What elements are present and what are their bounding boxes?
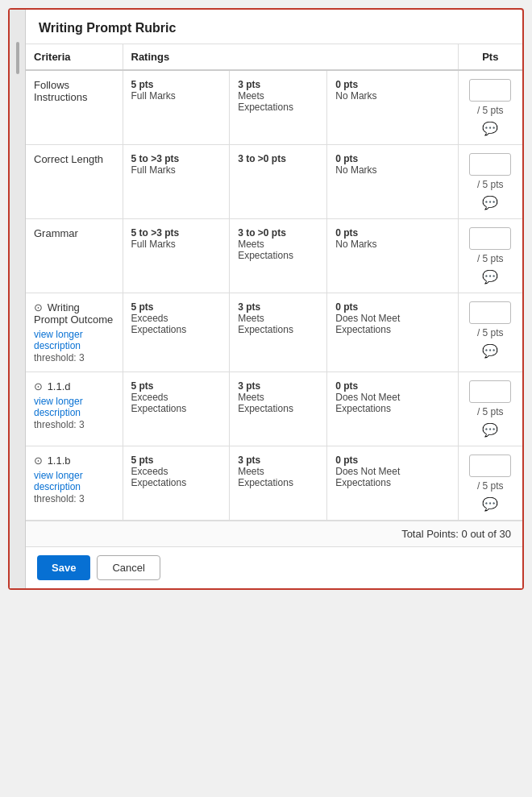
rating-label: Meets Expectations	[238, 313, 318, 335]
criteria-cell-writing-prompt-outcome: ⊙ Writing Prompt Outcomeview longer desc…	[26, 293, 123, 372]
rating-pts: 0 pts	[335, 301, 449, 313]
table-row: Grammar5 to >3 ptsFull Marks3 to >0 ptsM…	[26, 219, 522, 293]
rating-pts: 0 pts	[335, 455, 449, 466]
pts-cell-correct-length: / 5 pts💬	[458, 145, 522, 219]
rating-cell-0: 5 to >3 ptsFull Marks	[123, 219, 230, 293]
header-pts: Pts	[458, 44, 522, 70]
pts-input[interactable]	[469, 227, 511, 250]
rating-pts: 3 pts	[238, 301, 318, 313]
footer-buttons: Save Cancel	[26, 546, 522, 588]
rating-pts: 0 pts	[335, 227, 449, 239]
cancel-button[interactable]: Cancel	[97, 555, 160, 580]
rating-label: Does Not Meet Expectations	[335, 392, 449, 414]
view-longer-link[interactable]: view longer description	[34, 470, 114, 492]
rating-cell-0: 5 to >3 ptsFull Marks	[123, 145, 230, 219]
rating-label: Exceeds Expectations	[131, 466, 222, 488]
main-content: Writing Prompt Rubric Criteria Ratings P…	[26, 10, 522, 588]
comment-icon[interactable]: 💬	[467, 422, 515, 438]
rating-label: No Marks	[335, 164, 449, 176]
rating-cell-0: 5 ptsExceeds Expectations	[123, 372, 230, 446]
rating-label: No Marks	[335, 90, 449, 102]
criteria-name: Correct Length	[34, 153, 103, 165]
pts-cell-outcome-1-1-b: / 5 pts💬	[458, 446, 522, 521]
rating-pts: 5 to >3 pts	[131, 227, 222, 239]
rating-cell-2: 0 ptsNo Marks	[327, 219, 458, 293]
rating-cell-1: 3 to >0 ptsMeets Expectations	[230, 219, 327, 293]
rubric-table: Criteria Ratings Pts Follows Instruction…	[26, 44, 522, 521]
rating-pts: 0 pts	[335, 380, 449, 392]
pts-max-label: / 5 pts	[467, 406, 515, 417]
rating-cell-1: 3 ptsMeets Expectations	[230, 372, 327, 446]
rating-label: Meets Expectations	[238, 466, 318, 488]
view-longer-link[interactable]: view longer description	[34, 329, 114, 351]
rubric-modal: Writing Prompt Rubric Criteria Ratings P…	[8, 8, 524, 590]
comment-icon[interactable]: 💬	[467, 121, 515, 136]
rating-pts: 5 pts	[131, 455, 222, 466]
rating-pts: 5 pts	[131, 380, 222, 392]
rating-pts: 5 to >3 pts	[131, 153, 222, 164]
pts-max-label: / 5 pts	[467, 480, 515, 492]
header-criteria: Criteria	[26, 44, 123, 70]
rating-label: Meets Expectations	[238, 239, 318, 261]
rating-cell-2: 0 ptsNo Marks	[327, 70, 458, 145]
criteria-name: 1.1.b	[48, 455, 71, 467]
rating-pts: 3 to >0 pts	[238, 153, 318, 164]
criteria-name: 1.1.d	[48, 380, 71, 392]
criteria-cell-grammar: Grammar	[26, 219, 123, 293]
save-button[interactable]: Save	[37, 555, 90, 580]
pts-input[interactable]	[469, 455, 511, 477]
rating-label: Exceeds Expectations	[131, 392, 222, 414]
rating-pts: 5 pts	[131, 301, 222, 313]
comment-icon[interactable]: 💬	[467, 496, 515, 512]
rating-cell-0: 5 ptsExceeds Expectations	[123, 446, 230, 521]
rating-label: Full Marks	[131, 239, 222, 250]
pts-input[interactable]	[469, 153, 511, 176]
total-points: Total Points: 0 out of 30	[26, 521, 522, 546]
rating-cell-0: 5 ptsExceeds Expectations	[123, 293, 230, 372]
pts-cell-grammar: / 5 pts💬	[458, 219, 522, 293]
rating-pts: 0 pts	[335, 79, 449, 90]
rating-cell-1: 3 ptsMeets Expectations	[230, 446, 327, 521]
rating-pts: 3 to >0 pts	[238, 227, 318, 239]
rating-cell-1: 3 ptsMeets Expectations	[230, 293, 327, 372]
pts-input[interactable]	[469, 79, 511, 102]
criteria-cell-correct-length: Correct Length	[26, 145, 123, 219]
comment-icon[interactable]: 💬	[467, 343, 515, 359]
pts-cell-outcome-1-1-d: / 5 pts💬	[458, 372, 522, 446]
sidebar-handle	[16, 42, 19, 74]
rating-label: Full Marks	[131, 90, 222, 102]
threshold-label: threshold: 3	[34, 419, 85, 430]
rating-pts: 5 pts	[131, 79, 222, 90]
outcome-icon: ⊙	[34, 455, 46, 467]
table-row: Correct Length5 to >3 ptsFull Marks3 to …	[26, 145, 522, 219]
table-row: ⊙ Writing Prompt Outcomeview longer desc…	[26, 293, 522, 372]
rating-label: Exceeds Expectations	[131, 313, 222, 335]
comment-icon[interactable]: 💬	[467, 269, 515, 284]
pts-input[interactable]	[469, 301, 511, 324]
criteria-cell-follows-instructions: Follows Instructions	[26, 70, 123, 145]
rating-cell-2: 0 ptsDoes Not Meet Expectations	[327, 372, 458, 446]
pts-cell-writing-prompt-outcome: / 5 pts💬	[458, 293, 522, 372]
pts-max-label: / 5 pts	[467, 179, 515, 190]
criteria-cell-outcome-1-1-b: ⊙ 1.1.bview longer descriptionthreshold:…	[26, 446, 123, 521]
rating-pts: 3 pts	[238, 79, 318, 90]
criteria-cell-outcome-1-1-d: ⊙ 1.1.dview longer descriptionthreshold:…	[26, 372, 123, 446]
threshold-label: threshold: 3	[34, 352, 85, 363]
pts-max-label: / 5 pts	[467, 105, 515, 116]
threshold-label: threshold: 3	[34, 493, 85, 504]
table-row: ⊙ 1.1.dview longer descriptionthreshold:…	[26, 372, 522, 446]
pts-max-label: / 5 pts	[467, 327, 515, 338]
left-sidebar	[10, 10, 26, 588]
table-row: Follows Instructions5 ptsFull Marks3 pts…	[26, 70, 522, 145]
rating-label: Does Not Meet Expectations	[335, 313, 449, 335]
rating-pts: 3 pts	[238, 380, 318, 392]
comment-icon[interactable]: 💬	[467, 195, 515, 210]
rating-label: Meets Expectations	[238, 90, 318, 113]
rating-label: No Marks	[335, 239, 449, 250]
rating-label: Meets Expectations	[238, 392, 318, 414]
view-longer-link[interactable]: view longer description	[34, 396, 114, 418]
pts-input[interactable]	[469, 380, 511, 403]
rating-cell-2: 0 ptsDoes Not Meet Expectations	[327, 446, 458, 521]
table-row: ⊙ 1.1.bview longer descriptionthreshold:…	[26, 446, 522, 521]
rating-pts: 3 pts	[238, 455, 318, 466]
